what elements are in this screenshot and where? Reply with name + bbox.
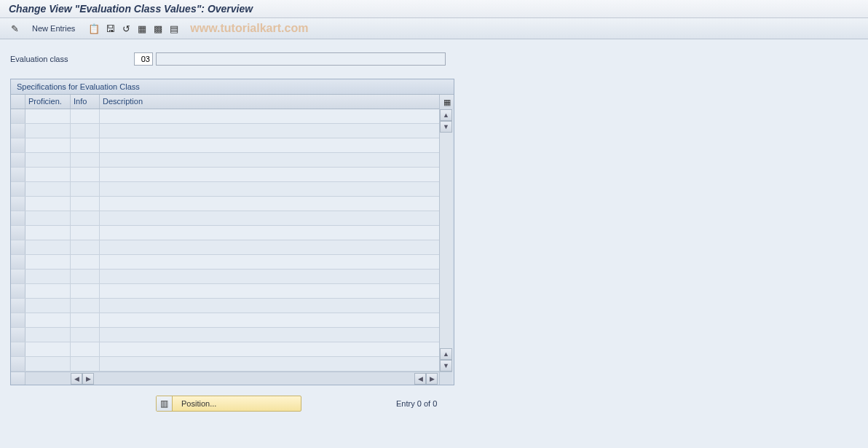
undo-change-icon[interactable]: ↺ [119,21,133,36]
row-selector[interactable] [11,270,25,283]
cell-proficiency[interactable] [25,313,71,327]
select-all-column-header[interactable] [11,95,25,109]
row-selector[interactable] [11,299,25,313]
cell-description[interactable] [100,109,439,123]
row-selector[interactable] [11,211,25,225]
table-row[interactable] [11,182,439,197]
cell-description[interactable] [100,255,439,269]
table-row[interactable] [11,153,439,168]
row-selector[interactable] [11,109,25,123]
row-selector[interactable] [11,313,25,327]
hscroll-left2-icon[interactable]: ◀ [414,373,426,385]
scroll-down-icon[interactable]: ▼ [440,360,452,372]
cell-description[interactable] [100,138,439,152]
row-selector[interactable] [11,284,25,298]
cell-info[interactable] [71,124,100,138]
cell-description[interactable] [100,168,439,181]
cell-info[interactable] [71,109,100,123]
cell-description[interactable] [100,153,439,167]
column-header-description[interactable]: Description [100,95,439,109]
row-selector[interactable] [11,240,25,254]
cell-proficiency[interactable] [25,226,71,240]
table-row[interactable] [11,226,439,240]
table-row[interactable] [11,270,439,284]
row-selector[interactable] [11,357,25,371]
row-selector[interactable] [11,124,25,138]
select-block-icon[interactable]: ▩ [151,21,165,36]
scroll-track[interactable] [440,133,452,348]
row-selector[interactable] [11,226,25,240]
cell-info[interactable] [71,226,100,240]
cell-description[interactable] [100,124,439,138]
row-selector[interactable] [11,138,25,152]
cell-info[interactable] [71,255,100,269]
cell-info[interactable] [71,328,100,342]
vertical-scrollbar[interactable]: ▲ ▼ ▲ ▼ [439,109,452,372]
evaluation-class-desc-input[interactable] [156,52,446,66]
hscroll-left-icon[interactable]: ◀ [71,373,82,385]
cell-proficiency[interactable] [25,153,71,167]
hscroll-right-icon[interactable]: ▶ [82,373,94,385]
cell-description[interactable] [100,342,439,356]
row-selector[interactable] [11,328,25,342]
scroll-up-icon[interactable]: ▲ [440,109,452,121]
cell-description[interactable] [100,226,439,240]
row-selector[interactable] [11,182,25,196]
cell-description[interactable] [100,284,439,298]
hscroll-right2-icon[interactable]: ▶ [426,373,438,385]
cell-proficiency[interactable] [25,342,71,356]
table-row[interactable] [11,357,439,372]
cell-proficiency[interactable] [25,255,71,269]
cell-description[interactable] [100,211,439,225]
new-entries-button[interactable]: New Entries [26,23,81,34]
table-row[interactable] [11,284,439,299]
cell-info[interactable] [71,342,100,356]
evaluation-class-code-input[interactable] [134,52,153,66]
cell-proficiency[interactable] [25,240,71,254]
cell-proficiency[interactable] [25,168,71,181]
table-row[interactable] [11,328,439,342]
cell-info[interactable] [71,357,100,371]
configure-columns-icon[interactable]: ▦ [439,95,454,109]
cell-proficiency[interactable] [25,328,71,342]
table-row[interactable] [11,211,439,226]
cell-info[interactable] [71,168,100,181]
cell-proficiency[interactable] [25,197,71,211]
cell-proficiency[interactable] [25,211,71,225]
cell-description[interactable] [100,197,439,211]
cell-proficiency[interactable] [25,357,71,371]
copy-as-icon[interactable]: 📋 [87,21,101,36]
select-all-icon[interactable]: ▦ [135,21,149,36]
cell-description[interactable] [100,182,439,196]
scroll-down-page-icon[interactable]: ▲ [440,348,452,360]
cell-info[interactable] [71,153,100,167]
cell-proficiency[interactable] [25,284,71,298]
column-header-proficiency[interactable]: Proficien. [25,95,71,109]
table-row[interactable] [11,124,439,138]
table-row[interactable] [11,109,439,124]
row-selector[interactable] [11,197,25,211]
delete-icon[interactable]: 🖫 [103,21,117,36]
table-row[interactable] [11,240,439,255]
cell-proficiency[interactable] [25,182,71,196]
row-selector[interactable] [11,255,25,269]
row-selector[interactable] [11,153,25,167]
cell-info[interactable] [71,182,100,196]
deselect-all-icon[interactable]: ▤ [167,21,181,36]
toggle-display-change-icon[interactable]: ✎ [7,21,22,36]
column-header-info[interactable]: Info [71,95,100,109]
cell-proficiency[interactable] [25,109,71,123]
cell-description[interactable] [100,357,439,371]
cell-info[interactable] [71,313,100,327]
cell-proficiency[interactable] [25,299,71,313]
table-row[interactable] [11,342,439,357]
scroll-up-page-icon[interactable]: ▼ [440,121,452,133]
position-button[interactable]: ▥ Position... [156,396,301,412]
cell-info[interactable] [71,299,100,313]
cell-info[interactable] [71,270,100,283]
cell-info[interactable] [71,138,100,152]
cell-description[interactable] [100,328,439,342]
table-row[interactable] [11,138,439,153]
cell-proficiency[interactable] [25,138,71,152]
cell-description[interactable] [100,270,439,283]
